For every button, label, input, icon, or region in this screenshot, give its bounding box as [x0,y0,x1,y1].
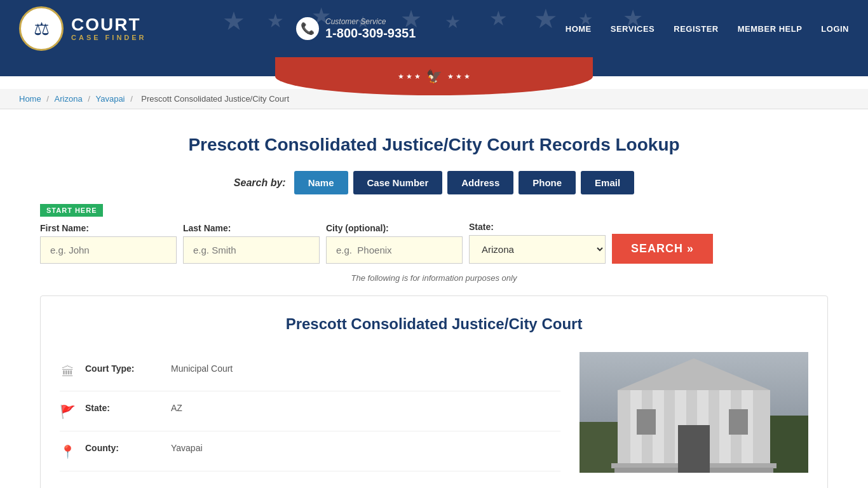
court-details: 🏛 Court Type: Municipal Court 🚩 State: A… [60,352,560,473]
court-type-row: 🏛 Court Type: Municipal Court [60,352,560,391]
state-icon: 🚩 [60,404,76,419]
court-image [580,352,808,473]
banner-arch: ★ ★ ★ 🦅 ★ ★ ★ [275,57,593,95]
tab-email[interactable]: Email [581,171,634,194]
logo-area: ⚖ COURT CASE FINDER [19,6,147,51]
breadcrumb-yavapai[interactable]: Yavapai [95,94,125,104]
court-info-layout: 🏛 Court Type: Municipal Court 🚩 State: A… [60,352,808,473]
logo-text: COURT CASE FINDER [71,16,147,41]
nav-services[interactable]: SERVICES [611,24,655,34]
last-name-label: Last Name: [183,223,320,233]
court-image-area [580,352,808,473]
county-label: County: [85,443,161,453]
state-label: State: [469,222,606,232]
county-value: Yavapai [171,443,203,453]
breadcrumb-sep-2: / [88,94,92,104]
search-button[interactable]: SEARCH » [612,234,713,264]
start-here-badge: START HERE [40,204,103,217]
svg-rect-14 [637,409,656,435]
info-note: The following is for information purpose… [40,273,828,283]
state-label-detail: State: [85,403,161,413]
tab-phone[interactable]: Phone [519,171,576,194]
state-value: AZ [171,403,182,413]
tab-name[interactable]: Name [294,171,348,194]
nav-home[interactable]: HOME [566,24,592,34]
banner-arch-wrapper: ★ ★ ★ 🦅 ★ ★ ★ [0,57,868,76]
svg-rect-13 [678,425,710,473]
breadcrumb-arizona[interactable]: Arizona [55,94,83,104]
main-navigation: HOME SERVICES REGISTER MEMBER HELP LOGIN [566,24,849,34]
customer-service-text: Customer Service 1-800-309-9351 [325,17,416,41]
breadcrumb-sep-1: / [46,94,51,104]
nav-login[interactable]: LOGIN [821,24,849,34]
last-name-group: Last Name: [183,223,320,264]
phone-icon: 📞 [296,17,319,40]
page-title: Prescott Consolidated Justice/City Court… [40,135,828,155]
breadcrumb-home[interactable]: Home [19,94,41,104]
court-type-label: Court Type: [85,363,161,374]
logo-case-finder-label: CASE FINDER [71,34,147,41]
state-row: 🚩 State: AZ [60,391,560,431]
customer-service-phone: 1-800-309-9351 [325,26,416,41]
customer-service: 📞 Customer Service 1-800-309-9351 [296,17,416,41]
court-info-box: Prescott Consolidated Justice/City Court… [40,295,828,488]
main-content: Prescott Consolidated Justice/City Court… [21,109,847,488]
nav-member-help[interactable]: MEMBER HELP [738,24,803,34]
court-info-title: Prescott Consolidated Justice/City Court [60,315,808,333]
court-type-value: Municipal Court [171,363,233,374]
search-form: First Name: Last Name: City (optional): … [40,222,828,264]
nav-register[interactable]: REGISTER [674,24,718,34]
city-group: City (optional): [326,223,463,264]
breadcrumb-sep-3: / [130,94,135,104]
first-name-input[interactable] [40,236,177,264]
county-row: 📍 County: Yavapai [60,431,560,471]
first-name-label: First Name: [40,223,177,233]
breadcrumb-current: Prescott Consolidated Justice/City Court [141,94,289,104]
logo-court-label: COURT [71,16,147,34]
customer-service-label: Customer Service [325,17,416,26]
city-label: City (optional): [326,223,463,233]
court-type-icon: 🏛 [60,365,76,379]
last-name-input[interactable] [183,236,320,264]
state-select[interactable]: AlabamaAlaskaArizonaArkansasCaliforniaCo… [469,235,606,264]
tab-case-number[interactable]: Case Number [353,171,443,194]
state-group: State: AlabamaAlaskaArizonaArkansasCalif… [469,222,606,264]
city-input[interactable] [326,236,463,264]
first-name-group: First Name: [40,223,177,264]
logo-icon: ⚖ [19,6,64,51]
county-icon: 📍 [60,444,76,459]
svg-rect-15 [729,409,748,435]
search-by-row: Search by: Name Case Number Address Phon… [40,171,828,194]
eagle-icon: 🦅 [426,69,442,84]
search-by-label: Search by: [234,177,286,189]
tab-address[interactable]: Address [447,171,513,194]
site-header: ★ ★ ★ ★ ★ ★ ★ ★ ★ ★ ⚖ COURT CASE FINDER … [0,0,868,57]
